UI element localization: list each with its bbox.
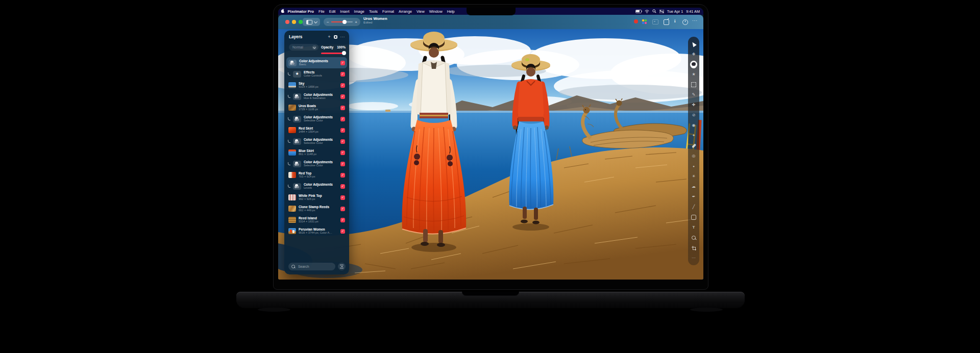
menu-edit[interactable]: Edit — [327, 9, 338, 14]
more-tools-icon[interactable]: ··· — [690, 255, 697, 262]
layer-row[interactable]: White Pink Top 992 × 926 px ✓ — [286, 192, 347, 203]
clone-tool-icon[interactable]: ◉ — [690, 122, 697, 129]
menu-insert[interactable]: Insert — [338, 9, 352, 14]
layer-visibility-checkbox[interactable]: ✓ — [340, 173, 345, 178]
pen-tool-icon[interactable]: ✒ — [690, 193, 697, 200]
layer-row[interactable]: Color Adjustments Basic ✓ — [286, 57, 347, 68]
battery-icon[interactable] — [635, 10, 642, 13]
layer-row[interactable]: Sky 5314 × 1656 px ✓ — [286, 80, 347, 91]
layer-visibility-checkbox[interactable]: ✓ — [340, 218, 345, 222]
wifi-icon[interactable] — [645, 10, 649, 13]
apple-menu[interactable] — [278, 9, 285, 14]
layer-row[interactable]: Color Adjustments Selective Color ✓ — [286, 136, 347, 147]
menu-file[interactable]: File — [316, 9, 327, 14]
layer-visibility-checkbox[interactable]: ✓ — [340, 128, 345, 133]
menu-help[interactable]: Help — [445, 9, 457, 14]
dodge-tool-icon[interactable]: ● — [690, 163, 697, 170]
layer-visibility-checkbox[interactable]: ✓ — [340, 94, 345, 99]
close-button[interactable] — [285, 20, 289, 24]
add-layer-icon[interactable]: + — [328, 35, 330, 39]
arrow-tool-icon[interactable] — [690, 40, 697, 47]
layer-options-icon[interactable] — [334, 35, 337, 39]
heal-tool-icon[interactable] — [690, 142, 697, 149]
layers-panel-title: Layers — [289, 35, 302, 39]
menu-app-name[interactable]: Pixelmator Pro — [285, 9, 316, 14]
color-select-tool-icon[interactable]: ✚ — [690, 102, 697, 109]
star-tool-icon[interactable]: ★ — [690, 71, 697, 78]
layer-row[interactable]: Color Adjustments Selective Color ✓ — [286, 113, 347, 124]
panel-more-icon[interactable]: ··· — [340, 35, 346, 39]
layer-row[interactable]: Blue Skirt 861 × 1148 px ✓ — [286, 147, 347, 158]
zoom-in-icon[interactable]: + — [355, 20, 357, 24]
eyedropper-tool-icon[interactable]: ╱ — [690, 204, 697, 211]
crop-tool-icon[interactable] — [690, 244, 697, 251]
zoom-tool-icon[interactable] — [690, 234, 697, 241]
layer-visibility-checkbox[interactable]: ✓ — [340, 162, 345, 166]
erase-select-tool-icon[interactable]: ⊘ — [690, 112, 697, 119]
zoom-out-icon[interactable]: − — [327, 20, 329, 24]
layer-visibility-checkbox[interactable]: ✓ — [340, 117, 345, 121]
opacity-knob[interactable] — [342, 51, 346, 55]
layer-visibility-checkbox[interactable]: ✓ — [340, 83, 345, 88]
shape-tool-icon[interactable] — [690, 214, 697, 221]
layer-row[interactable]: Peruvian Women 5616 × 3744 px, Color Adj… — [286, 225, 347, 237]
quick-select-tool-icon[interactable]: ✎ — [690, 91, 697, 98]
adjustment-layer-icon — [293, 116, 301, 122]
layer-visibility-checkbox[interactable]: ✓ — [340, 229, 345, 234]
transform-tool-icon[interactable]: ◈ — [690, 51, 697, 58]
info-button[interactable]: i — [674, 18, 676, 23]
blend-mode-dropdown[interactable]: Normal — [289, 44, 318, 51]
layers-search-field[interactable] — [288, 263, 335, 270]
layer-visibility-checkbox[interactable]: ✓ — [340, 61, 345, 65]
menu-arrange[interactable]: Arrange — [397, 9, 414, 14]
layer-row[interactable]: Uros Boats 1729 × 1106 px ✓ — [286, 102, 347, 113]
layer-visibility-checkbox[interactable]: ✓ — [340, 150, 345, 155]
sharpen-tool-icon[interactable]: ☀ — [690, 173, 697, 180]
zoom-slider[interactable]: − + — [324, 18, 360, 26]
red-eye-tool-icon[interactable]: ◎ — [690, 153, 697, 160]
menu-window[interactable]: Window — [427, 9, 445, 14]
layer-row[interactable]: Clone Stamp Reeds 662 × 449 px ✓ — [286, 203, 347, 214]
sidebar-toggle-button[interactable] — [303, 18, 320, 26]
control-center-icon[interactable] — [659, 10, 664, 13]
more-button[interactable]: ··· — [692, 18, 698, 23]
minimize-button[interactable] — [292, 20, 296, 24]
brush-tool-icon[interactable]: ✦ — [690, 132, 697, 139]
layer-visibility-checkbox[interactable]: ✓ — [340, 207, 345, 211]
search-input[interactable] — [297, 264, 335, 269]
select-subject-tool-icon[interactable] — [690, 61, 697, 68]
layer-row[interactable]: Color Adjustments Levels ✓ — [286, 181, 347, 192]
menu-format[interactable]: Format — [380, 9, 396, 14]
effects-button[interactable] — [642, 19, 647, 24]
layer-row[interactable]: Red Top 703 × 914 px ✓ — [286, 169, 347, 181]
menubar-date[interactable]: Tue Apr 1 — [667, 9, 683, 14]
layer-visibility-checkbox[interactable]: ✓ — [340, 184, 345, 189]
text-tool-icon[interactable]: T — [690, 224, 697, 231]
photos-button[interactable] — [652, 19, 658, 24]
smudge-tool-icon[interactable]: ☁ — [690, 183, 697, 190]
menu-tools[interactable]: Tools — [366, 9, 380, 14]
layer-row[interactable]: ★ Effects Color Controls ✓ — [286, 68, 347, 80]
layer-name: Color Adjustments — [304, 183, 333, 186]
zoom-track[interactable] — [331, 21, 353, 23]
color-adjustments-button[interactable] — [634, 19, 638, 23]
layer-row[interactable]: Color Adjustments Selective Color ✓ — [286, 158, 347, 169]
zoom-knob[interactable] — [342, 20, 347, 24]
layers-filter-button[interactable] — [338, 263, 346, 270]
layer-visibility-checkbox[interactable]: ✓ — [340, 195, 345, 200]
search-icon[interactable] — [652, 9, 656, 13]
layer-row[interactable]: Color Adjustments Hue & Saturation ✓ — [286, 91, 347, 102]
share-button[interactable] — [682, 19, 688, 25]
menubar-time[interactable]: 9:41 AM — [686, 9, 700, 14]
layer-visibility-checkbox[interactable]: ✓ — [340, 72, 345, 77]
zoom-window-button[interactable] — [299, 20, 303, 24]
canvas-button[interactable] — [664, 19, 669, 25]
opacity-slider[interactable] — [321, 53, 346, 54]
rect-select-tool-icon[interactable] — [690, 81, 697, 88]
layer-visibility-checkbox[interactable]: ✓ — [340, 106, 345, 110]
menu-view[interactable]: View — [414, 9, 427, 14]
layer-row[interactable]: Reed Island 5314 × 1631 px ✓ — [286, 214, 347, 225]
layer-row[interactable]: Red Skirt 1484 × 1504 px ✓ — [286, 124, 347, 136]
menu-image[interactable]: Image — [352, 9, 366, 14]
layer-visibility-checkbox[interactable]: ✓ — [340, 139, 345, 144]
